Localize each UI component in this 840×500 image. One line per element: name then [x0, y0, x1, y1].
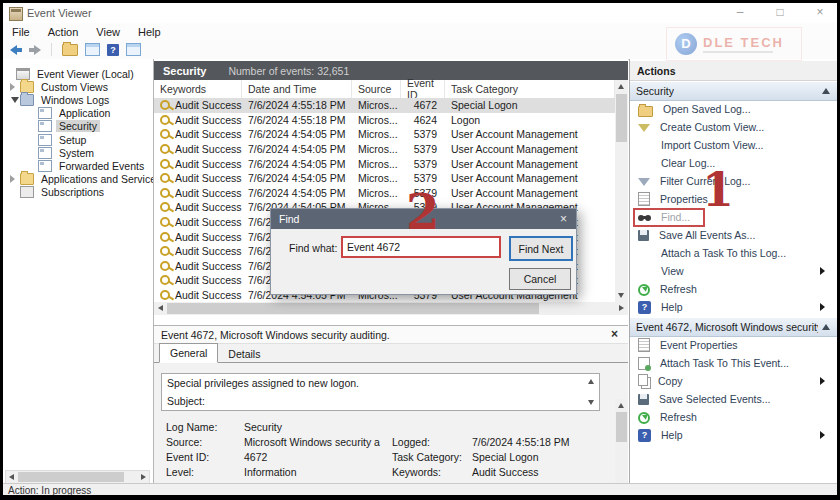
status-bar: Action: In progress — [3, 483, 837, 495]
field-value-2: 7/6/2024 4:55:18 PM — [472, 436, 570, 448]
forward-arrow-icon[interactable] — [29, 45, 41, 55]
row-source: Micros... — [352, 158, 401, 170]
tree-node-label: Application — [56, 107, 113, 119]
action-item-label: Attach Task To This Event... — [660, 357, 789, 369]
find-dialog-close-icon[interactable]: × — [560, 212, 567, 226]
help-icon[interactable]: ? — [107, 44, 119, 56]
preview-close-icon[interactable]: × — [611, 327, 618, 341]
actions-section-event[interactable]: Event 4672, Microsoft Windows security a… — [630, 318, 837, 337]
action-item-label: Refresh — [660, 283, 697, 295]
action-item-label: Help — [661, 301, 683, 313]
action-item-label: Help — [661, 429, 683, 441]
maximize-button[interactable]: □ — [773, 5, 787, 19]
column-header-event-id[interactable]: Event ID — [401, 80, 445, 98]
scrollbar-thumb[interactable] — [616, 412, 627, 442]
scroll-down-icon[interactable] — [588, 400, 594, 405]
action-item[interactable]: Attach a Task To this Log... — [630, 244, 837, 262]
close-button[interactable]: × — [813, 5, 827, 19]
column-header-source[interactable]: Source — [352, 80, 401, 98]
action-item-icon — [638, 284, 650, 296]
open-folder-icon[interactable] — [62, 44, 78, 56]
event-table-row[interactable]: Audit Success 7/6/2024 4:54:05 PM Micros… — [154, 186, 615, 201]
scrollbar-thumb[interactable] — [18, 472, 124, 482]
scrollbar-thumb[interactable] — [616, 94, 627, 142]
action-item[interactable]: Attach Task To This Event... — [630, 354, 837, 372]
tab-general[interactable]: General — [159, 343, 218, 363]
row-keywords: Audit Success — [175, 114, 242, 126]
sidebar-tree-item[interactable]: System — [3, 146, 153, 159]
column-header-keywords[interactable]: Keywords — [154, 80, 242, 98]
scroll-up-icon[interactable] — [588, 379, 594, 384]
action-item[interactable]: Help — [630, 426, 837, 444]
sidebar-tree-item[interactable]: Setup — [3, 133, 153, 146]
tab-details[interactable]: Details — [218, 345, 270, 363]
action-item-label: Save Selected Events... — [659, 393, 770, 405]
minimize-button[interactable]: – — [733, 5, 747, 19]
scroll-left-icon[interactable] — [9, 474, 14, 480]
find-next-button[interactable]: Find Next — [509, 236, 573, 261]
action-item[interactable]: Create Custom View... — [630, 118, 837, 136]
action-item[interactable]: Save All Events As... — [630, 226, 837, 244]
event-table-row[interactable]: Audit Success 7/6/2024 4:55:18 PM Micros… — [154, 98, 615, 113]
menu-item[interactable]: Action — [39, 26, 88, 38]
column-header-date[interactable]: Date and Time — [242, 80, 352, 98]
event-table-row[interactable]: Audit Success 7/6/2024 4:54:05 PM Micros… — [154, 171, 615, 186]
sidebar-tree-item[interactable]: Application — [3, 107, 153, 120]
action-item[interactable]: Refresh — [630, 408, 837, 426]
action-item[interactable]: Open Saved Log... — [630, 100, 837, 118]
scroll-down-icon[interactable] — [618, 293, 624, 298]
field-value: Microsoft Windows security a — [244, 436, 380, 448]
tree-node-icon — [38, 134, 52, 146]
tree-expander-icon[interactable] — [9, 83, 20, 91]
action-item[interactable]: Copy — [630, 372, 837, 390]
event-description-box: Special privileges assigned to new logon… — [161, 373, 600, 411]
event-table-row[interactable]: Audit Success 7/6/2024 4:54:05 PM Micros… — [154, 142, 615, 157]
scroll-left-icon[interactable] — [158, 305, 163, 311]
action-item[interactable]: Event Properties — [630, 336, 837, 354]
title-bar: Event Viewer – □ × — [3, 3, 837, 24]
table-horizontal-scrollbar[interactable] — [154, 302, 628, 315]
console-window-icon[interactable] — [85, 43, 100, 56]
action-item-icon — [638, 230, 649, 241]
tree-expander-icon[interactable] — [9, 175, 20, 183]
actions-section-security[interactable]: Security — [630, 82, 837, 101]
sidebar-tree-item[interactable]: Security — [3, 120, 153, 133]
scrollbar-thumb[interactable] — [167, 303, 539, 314]
scroll-up-icon[interactable] — [618, 84, 624, 89]
tree-node-label: System — [56, 147, 97, 159]
event-table-row[interactable]: Audit Success 7/6/2024 4:54:05 PM Micros… — [154, 156, 615, 171]
action-item[interactable]: Import Custom View... — [630, 136, 837, 154]
action-item-icon — [638, 374, 648, 386]
cancel-button[interactable]: Cancel — [509, 268, 571, 290]
field-value: Information — [244, 466, 297, 478]
preview-vertical-scrollbar[interactable] — [615, 399, 628, 483]
sidebar-horizontal-scrollbar[interactable] — [5, 470, 150, 483]
scroll-up-icon[interactable] — [618, 403, 624, 408]
sidebar-tree-item[interactable]: Applications and Services Log — [3, 173, 153, 186]
collapse-icon[interactable] — [822, 88, 830, 94]
collapse-icon[interactable] — [822, 324, 830, 330]
sidebar-tree-item[interactable]: Subscriptions — [3, 186, 153, 199]
event-table-row[interactable]: Audit Success 7/6/2024 4:54:05 PM Micros… — [154, 127, 615, 142]
row-datetime: 7/6/2024 4:55:18 PM — [242, 99, 352, 111]
audit-key-icon — [160, 217, 170, 227]
scroll-right-icon[interactable] — [141, 474, 146, 480]
action-item[interactable]: Help — [630, 298, 837, 316]
scroll-right-icon[interactable] — [619, 305, 624, 311]
table-vertical-scrollbar[interactable] — [615, 80, 628, 302]
tree-expander-icon[interactable] — [9, 97, 20, 103]
action-item[interactable]: Refresh — [630, 280, 837, 298]
event-table-row[interactable]: Audit Success 7/6/2024 4:55:18 PM Micros… — [154, 113, 615, 128]
log-title: Security — [163, 65, 206, 77]
menu-item[interactable]: File — [3, 26, 39, 38]
action-item[interactable]: View — [630, 262, 837, 280]
row-task-category: User Account Management — [445, 172, 615, 184]
column-header-task-category[interactable]: Task Category — [445, 80, 615, 98]
menu-item[interactable]: Help — [129, 26, 170, 38]
menu-item[interactable]: View — [87, 26, 129, 38]
action-pane-icon[interactable] — [126, 43, 141, 56]
back-arrow-icon[interactable] — [10, 45, 22, 55]
sidebar-tree-item[interactable]: Windows Logs — [3, 93, 153, 106]
action-item[interactable]: Save Selected Events... — [630, 390, 837, 408]
find-dialog-title: Find — [279, 213, 299, 225]
